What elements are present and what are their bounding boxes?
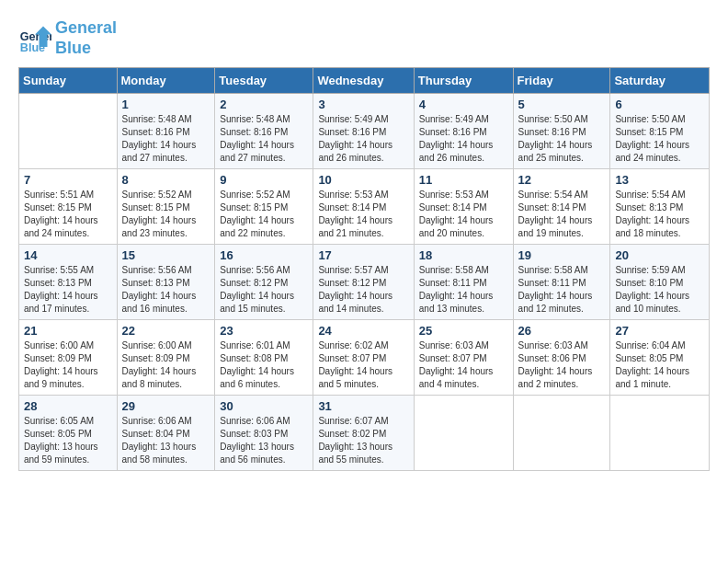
day-info: Sunset: 8:11 PM	[518, 277, 606, 290]
day-info: Sunrise: 6:00 AM	[122, 339, 210, 352]
day-info: Daylight: 14 hours	[122, 139, 210, 152]
day-info: Sunset: 8:13 PM	[24, 277, 112, 290]
day-info: Sunset: 8:16 PM	[122, 126, 210, 139]
calendar-cell	[513, 396, 610, 471]
day-info: and 56 minutes.	[220, 454, 308, 466]
day-number: 28	[24, 399, 112, 413]
day-info: Daylight: 14 hours	[518, 290, 606, 303]
calendar-cell: 19Sunrise: 5:58 AMSunset: 8:11 PMDayligh…	[513, 245, 610, 320]
day-info: Daylight: 14 hours	[220, 139, 308, 152]
day-info: Sunrise: 6:04 AM	[615, 339, 704, 352]
day-number: 2	[220, 98, 308, 111]
day-number: 23	[220, 324, 308, 338]
calendar-cell: 31Sunrise: 6:07 AMSunset: 8:02 PMDayligh…	[313, 396, 414, 471]
day-info: and 24 minutes.	[24, 227, 112, 240]
calendar-cell: 9Sunrise: 5:52 AMSunset: 8:15 PMDaylight…	[215, 169, 313, 245]
day-info: Daylight: 14 hours	[518, 214, 606, 227]
day-info: Sunset: 8:04 PM	[122, 428, 210, 441]
day-info: Sunrise: 5:52 AM	[220, 189, 308, 201]
day-number: 7	[24, 173, 112, 187]
day-info: and 59 minutes.	[24, 454, 112, 466]
calendar-cell: 30Sunrise: 6:06 AMSunset: 8:03 PMDayligh…	[215, 396, 313, 471]
day-number: 4	[419, 98, 508, 111]
day-info: and 1 minute.	[615, 378, 704, 391]
day-info: and 24 minutes.	[615, 152, 704, 165]
calendar-cell: 17Sunrise: 5:57 AMSunset: 8:12 PMDayligh…	[313, 245, 414, 320]
day-info: and 26 minutes.	[419, 152, 508, 165]
day-info: Sunrise: 6:01 AM	[220, 339, 308, 352]
calendar-cell: 11Sunrise: 5:53 AMSunset: 8:14 PMDayligh…	[414, 169, 513, 245]
day-info: and 4 minutes.	[419, 378, 508, 391]
day-number: 20	[615, 248, 704, 262]
calendar-body: 1Sunrise: 5:48 AMSunset: 8:16 PMDaylight…	[19, 94, 710, 471]
day-info: Sunset: 8:07 PM	[318, 352, 408, 365]
day-info: and 5 minutes.	[318, 378, 408, 391]
day-info: and 27 minutes.	[220, 152, 308, 165]
day-info: Daylight: 14 hours	[220, 214, 308, 227]
day-info: Sunrise: 5:56 AM	[220, 264, 308, 277]
day-info: Sunrise: 5:53 AM	[419, 189, 508, 201]
day-info: Daylight: 14 hours	[318, 290, 408, 303]
day-info: Sunset: 8:14 PM	[419, 201, 508, 214]
day-info: Sunrise: 5:54 AM	[518, 189, 606, 201]
day-info: Daylight: 13 hours	[24, 441, 112, 454]
day-number: 9	[220, 173, 308, 187]
day-info: Sunset: 8:07 PM	[419, 352, 508, 365]
day-info: Sunset: 8:06 PM	[518, 352, 606, 365]
day-info: Sunrise: 5:48 AM	[220, 113, 308, 126]
day-info: Daylight: 14 hours	[122, 214, 210, 227]
calendar-cell: 21Sunrise: 6:00 AMSunset: 8:09 PMDayligh…	[19, 320, 118, 396]
day-info: and 17 minutes.	[24, 303, 112, 316]
day-info: Sunset: 8:15 PM	[122, 201, 210, 214]
day-info: Daylight: 14 hours	[220, 290, 308, 303]
day-info: Sunrise: 6:06 AM	[220, 415, 308, 428]
day-info: Daylight: 14 hours	[419, 365, 508, 378]
day-info: Daylight: 14 hours	[24, 290, 112, 303]
day-info: Daylight: 14 hours	[615, 214, 704, 227]
day-number: 13	[615, 173, 704, 187]
day-info: Daylight: 14 hours	[419, 290, 508, 303]
day-info: Daylight: 14 hours	[318, 365, 408, 378]
day-header-monday: Monday	[117, 68, 215, 94]
day-info: and 15 minutes.	[220, 303, 308, 316]
calendar-cell: 12Sunrise: 5:54 AMSunset: 8:14 PMDayligh…	[513, 169, 610, 245]
day-info: Daylight: 14 hours	[122, 290, 210, 303]
day-info: Sunset: 8:13 PM	[615, 201, 704, 214]
day-info: Daylight: 14 hours	[419, 214, 508, 227]
day-number: 10	[318, 173, 408, 187]
day-info: Sunset: 8:16 PM	[419, 126, 508, 139]
day-info: Sunset: 8:12 PM	[220, 277, 308, 290]
calendar-week-row: 14Sunrise: 5:55 AMSunset: 8:13 PMDayligh…	[19, 245, 710, 320]
calendar-table: SundayMondayTuesdayWednesdayThursdayFrid…	[18, 67, 710, 471]
day-info: and 23 minutes.	[122, 227, 210, 240]
day-info: Sunset: 8:02 PM	[318, 428, 408, 441]
day-number: 5	[518, 98, 606, 111]
day-number: 12	[518, 173, 606, 187]
day-info: Daylight: 14 hours	[122, 365, 210, 378]
day-info: Daylight: 13 hours	[122, 441, 210, 454]
calendar-cell: 20Sunrise: 5:59 AMSunset: 8:10 PMDayligh…	[610, 245, 710, 320]
day-info: Sunset: 8:05 PM	[24, 428, 112, 441]
day-number: 11	[419, 173, 508, 187]
day-number: 22	[122, 324, 210, 338]
day-header-thursday: Thursday	[414, 68, 513, 94]
calendar-cell	[19, 94, 118, 169]
day-info: Sunset: 8:14 PM	[318, 201, 408, 214]
day-info: Sunrise: 5:53 AM	[318, 189, 408, 201]
day-header-friday: Friday	[513, 68, 610, 94]
day-header-tuesday: Tuesday	[215, 68, 313, 94]
day-info: Sunrise: 6:03 AM	[419, 339, 508, 352]
calendar-cell: 24Sunrise: 6:02 AMSunset: 8:07 PMDayligh…	[313, 320, 414, 396]
day-info: Sunrise: 6:06 AM	[122, 415, 210, 428]
day-number: 18	[419, 248, 508, 262]
day-info: Sunrise: 5:55 AM	[24, 264, 112, 277]
calendar-cell: 3Sunrise: 5:49 AMSunset: 8:16 PMDaylight…	[313, 94, 414, 169]
day-number: 30	[220, 399, 308, 413]
calendar-cell: 22Sunrise: 6:00 AMSunset: 8:09 PMDayligh…	[117, 320, 215, 396]
day-info: Daylight: 14 hours	[615, 365, 704, 378]
day-info: Sunrise: 5:49 AM	[419, 113, 508, 126]
calendar-week-row: 7Sunrise: 5:51 AMSunset: 8:15 PMDaylight…	[19, 169, 710, 245]
calendar-cell: 26Sunrise: 6:03 AMSunset: 8:06 PMDayligh…	[513, 320, 610, 396]
day-info: Sunrise: 5:49 AM	[318, 113, 408, 126]
day-info: Daylight: 13 hours	[318, 441, 408, 454]
